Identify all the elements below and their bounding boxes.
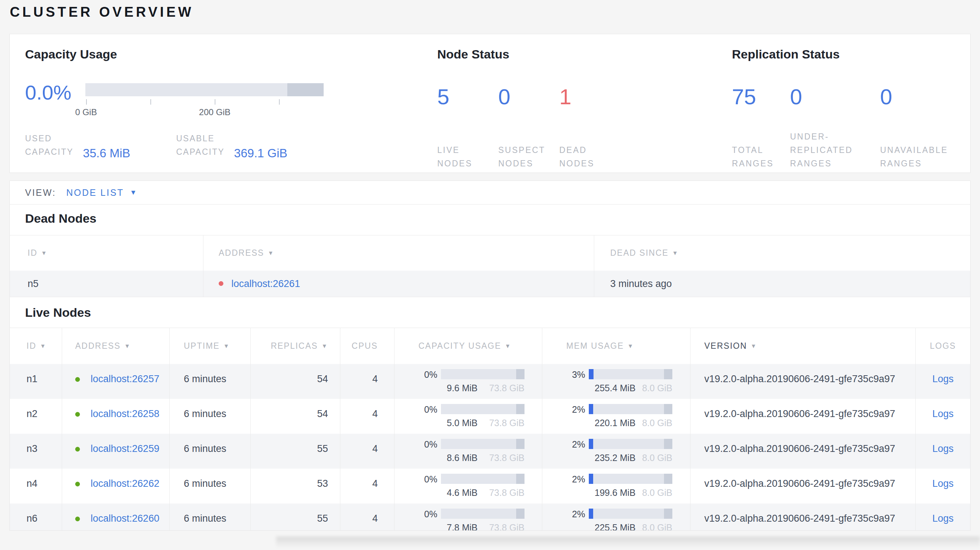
mem-used-value: 199.6 MiB	[595, 488, 636, 498]
axis-tick	[150, 99, 151, 105]
table-row: n6 localhost:26260 6 minutes 55 4 0% 7.8…	[10, 504, 970, 531]
capacity-used-value: 8.6 MiB	[447, 453, 478, 463]
cpus-cell: 4	[340, 434, 395, 469]
logs-link[interactable]: Logs	[932, 443, 954, 454]
mem-bar	[589, 369, 672, 379]
axis-tick	[86, 99, 87, 105]
capacity-total-value: 73.8 GiB	[489, 488, 525, 498]
node-status-section: Node Status 5 LIVE NODES 0 SUSPECT NODES	[438, 34, 732, 173]
mem-percent: 2%	[564, 439, 585, 449]
logs-link[interactable]: Logs	[932, 478, 954, 489]
suspect-nodes-count: 0	[498, 85, 559, 109]
logs-link[interactable]: Logs	[932, 409, 954, 419]
axis-label-0gib: 0 GiB	[75, 107, 97, 117]
live-status-dot-icon	[75, 377, 80, 382]
live-nodes-table: ID▼ ADDRESS▼ UPTIME▼ REPLICAS▼ CPUS CAPA…	[10, 327, 970, 531]
under-replicated-ranges-stat: 0 UNDER- REPLICATED RANGES	[790, 85, 880, 170]
used-capacity-label: USED CAPACITY	[25, 132, 73, 159]
column-header-mem-usage[interactable]: MEM USAGE▼	[542, 328, 690, 364]
table-row: n4 localhost:26262 6 minutes 53 4 0% 4.6…	[10, 469, 970, 504]
column-header-id[interactable]: ID▼	[10, 328, 62, 364]
replicas-cell: 54	[251, 364, 340, 399]
label-line: NODES	[498, 157, 559, 170]
version-cell: v19.2.0-alpha.20190606-2491-gfe735c9a97	[690, 469, 916, 504]
capacity-bar-area: 0 GiB 200 GiB	[85, 83, 324, 119]
label-line: CAPACITY	[25, 145, 73, 159]
label-line: UNAVAILABLE	[880, 143, 970, 157]
live-status-dot-icon	[75, 412, 80, 416]
node-address-cell: localhost:26257	[62, 364, 170, 399]
node-address-link[interactable]: localhost:26260	[91, 513, 159, 524]
replicas-cell: 55	[251, 434, 340, 469]
column-header-capacity-usage[interactable]: CAPACITY USAGE▼	[395, 328, 542, 364]
capacity-used-value: 5.0 MiB	[447, 418, 478, 428]
node-address-link[interactable]: localhost:26258	[91, 409, 159, 419]
replicas-cell: 54	[251, 399, 340, 434]
capacity-bar	[441, 369, 525, 379]
column-header-version[interactable]: VERSION▼	[690, 328, 916, 364]
capacity-total-value: 73.8 GiB	[489, 383, 525, 393]
unavailable-ranges-stat: 0 UNAVAILABLE RANGES	[880, 85, 970, 170]
capacity-total-value: 73.8 GiB	[489, 418, 525, 428]
node-address-link[interactable]: localhost:26259	[91, 443, 159, 454]
label-line: NODES	[438, 157, 498, 170]
label-line: SUSPECT	[498, 143, 559, 157]
logs-link[interactable]: Logs	[932, 513, 954, 524]
capacity-usage-cell: 0% 4.6 MiB 73.8 GiB	[395, 469, 542, 504]
mem-bar	[589, 474, 672, 484]
cpus-cell: 4	[340, 504, 395, 531]
capacity-usage-cell: 0% 8.6 MiB 73.8 GiB	[395, 434, 542, 469]
dead-nodes-count: 1	[559, 85, 620, 109]
node-address-link[interactable]: localhost:26257	[91, 374, 159, 384]
capacity-percent: 0%	[416, 509, 438, 519]
usable-capacity-value: 369.1 GiB	[234, 148, 287, 159]
dead-nodes-title: Dead Nodes	[10, 210, 970, 226]
dead-nodes-table: ID▼ ADDRESS▼ DEAD SINCE▼ n5 localhost:26…	[10, 235, 970, 297]
capacity-bar	[441, 509, 525, 519]
label-line: LIVE	[438, 143, 498, 157]
logs-cell: Logs	[916, 469, 970, 504]
mem-total-value: 8.0 GiB	[642, 522, 672, 531]
usable-capacity-stat: USABLE CAPACITY 369.1 GiB	[176, 132, 287, 159]
table-row: n5 localhost:26261 3 minutes ago	[10, 271, 970, 297]
mem-total-value: 8.0 GiB	[642, 453, 672, 463]
node-address-link[interactable]: localhost:26262	[91, 478, 159, 489]
axis-tick	[215, 99, 215, 105]
mem-bar	[589, 404, 672, 414]
column-header-address[interactable]: ADDRESS▼	[204, 235, 594, 271]
capacity-bar	[441, 439, 525, 449]
label-line: CAPACITY	[176, 145, 224, 159]
capacity-usage-cell: 0% 9.6 MiB 73.8 GiB	[395, 364, 542, 399]
table-row: n1 localhost:26257 6 minutes 54 4 0% 9.6…	[10, 364, 970, 399]
replication-status-title: Replication Status	[732, 47, 970, 61]
mem-usage-cell: 2% 225.5 MiB 8.0 GiB	[542, 504, 690, 531]
capacity-percent: 0%	[416, 439, 438, 449]
version-cell: v19.2.0-alpha.20190606-2491-gfe735c9a97	[690, 504, 916, 531]
used-capacity-value: 35.6 MiB	[83, 148, 130, 159]
node-address-link[interactable]: localhost:26261	[231, 278, 300, 289]
node-id-cell: n5	[10, 271, 204, 297]
uptime-cell: 6 minutes	[170, 434, 251, 469]
live-status-dot-icon	[75, 517, 80, 521]
column-header-id[interactable]: ID▼	[10, 235, 204, 271]
mem-usage-cell: 2% 235.2 MiB 8.0 GiB	[542, 434, 690, 469]
sort-arrow-icon: ▼	[223, 343, 230, 350]
view-dropdown[interactable]: NODE LIST ▼	[66, 188, 138, 198]
node-id-cell: n6	[10, 504, 62, 531]
cpus-cell: 4	[340, 399, 395, 434]
column-header-address[interactable]: ADDRESS▼	[62, 328, 170, 364]
column-header-replicas[interactable]: REPLICAS▼	[251, 328, 340, 364]
capacity-gauge: 0.0% 0 GiB 200 GiB	[25, 83, 438, 119]
label-line: NODES	[559, 157, 620, 170]
label-line: RANGES	[790, 157, 880, 170]
sort-arrow-icon: ▼	[505, 343, 511, 350]
mem-bar	[589, 509, 672, 519]
logs-link[interactable]: Logs	[932, 374, 954, 384]
mem-usage-cell: 2% 199.6 MiB 8.0 GiB	[542, 469, 690, 504]
column-header-dead-since[interactable]: DEAD SINCE▼	[594, 235, 970, 271]
mem-used-value: 225.5 MiB	[595, 522, 636, 531]
dead-nodes-header-row: ID▼ ADDRESS▼ DEAD SINCE▼	[10, 235, 970, 271]
logs-cell: Logs	[916, 364, 970, 399]
column-header-uptime[interactable]: UPTIME▼	[170, 328, 251, 364]
unavailable-label: UNAVAILABLE RANGES	[880, 130, 970, 170]
